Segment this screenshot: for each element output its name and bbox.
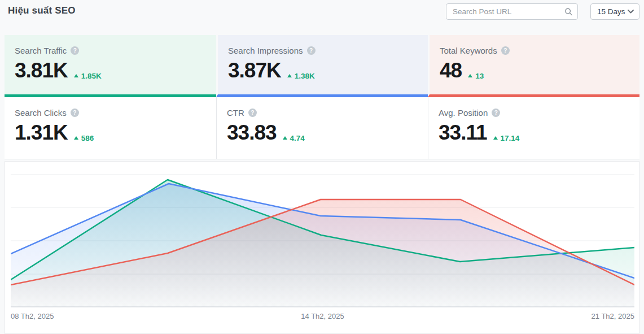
help-icon[interactable] — [501, 46, 510, 55]
stat-label: Search Traffic — [15, 46, 67, 55]
chevron-down-icon — [628, 10, 634, 14]
help-icon[interactable] — [71, 109, 79, 117]
period-dropdown-value: 15 Days — [597, 7, 625, 16]
stat-value: 1.31K — [15, 122, 68, 145]
stat-label: Avg. Position — [439, 108, 488, 118]
stat-value: 33.83 — [227, 122, 277, 145]
stat-delta: 17.14 — [493, 134, 520, 142]
help-icon[interactable] — [71, 46, 79, 55]
stat-label: Search Clicks — [15, 108, 67, 118]
stat-delta: 586 — [74, 134, 94, 142]
delta-up-icon — [283, 136, 287, 140]
stat-value: 3.81K — [15, 59, 68, 83]
search-post-url-box — [446, 3, 578, 20]
stat-card-search-clicks[interactable]: Search Clicks 1.31K 586 — [5, 97, 216, 159]
help-icon[interactable] — [307, 46, 316, 55]
help-icon[interactable] — [492, 109, 500, 117]
delta-up-icon — [74, 136, 78, 140]
stat-label: Search Impressions — [228, 46, 303, 55]
stat-value: 48 — [440, 59, 462, 83]
stat-label: Total Keywords — [440, 46, 497, 55]
stats-grid: Search Traffic 3.81K 1.85K Search Impres… — [5, 35, 639, 159]
stat-card-search-impressions[interactable]: Search Impressions 3.87K 1.38K — [216, 35, 428, 97]
page-title: Hiệu suất SEO — [8, 5, 76, 16]
seo-performance-page: Hiệu suất SEO 15 Days Search Traffic 3.8… — [0, 0, 644, 334]
x-axis-label: 08 Th2, 2025 — [11, 312, 54, 320]
help-icon[interactable] — [248, 109, 257, 117]
stat-card-search-traffic[interactable]: Search Traffic 3.81K 1.85K — [5, 35, 216, 97]
stat-delta: 1.85K — [74, 72, 102, 80]
x-axis-label: 14 Th2, 2025 — [301, 312, 344, 320]
stat-delta: 4.74 — [283, 134, 305, 142]
stat-value: 3.87K — [228, 59, 281, 83]
delta-up-icon — [468, 74, 472, 77]
chart-x-axis: 08 Th2, 2025 14 Th2, 2025 21 Th2, 2025 — [11, 312, 634, 320]
performance-chart-card: 08 Th2, 2025 14 Th2, 2025 21 Th2, 2025 — [5, 161, 639, 334]
delta-up-icon — [74, 74, 78, 77]
stat-card-avg-position[interactable]: Avg. Position 33.11 17.14 — [428, 97, 639, 159]
performance-chart[interactable] — [11, 162, 634, 307]
stat-delta: 1.38K — [287, 72, 315, 80]
search-icon — [564, 7, 573, 16]
search-input[interactable] — [446, 4, 577, 19]
stat-value: 33.11 — [439, 122, 487, 145]
stat-card-total-keywords[interactable]: Total Keywords 48 13 — [428, 35, 639, 97]
stat-card-ctr[interactable]: CTR 33.83 4.74 — [216, 97, 428, 159]
delta-up-icon — [287, 74, 292, 77]
period-dropdown[interactable]: 15 Days — [590, 3, 639, 20]
delta-up-icon — [493, 136, 498, 140]
stat-label: CTR — [227, 108, 244, 118]
stat-delta: 13 — [468, 72, 484, 80]
x-axis-label: 21 Th2, 2025 — [592, 312, 634, 320]
